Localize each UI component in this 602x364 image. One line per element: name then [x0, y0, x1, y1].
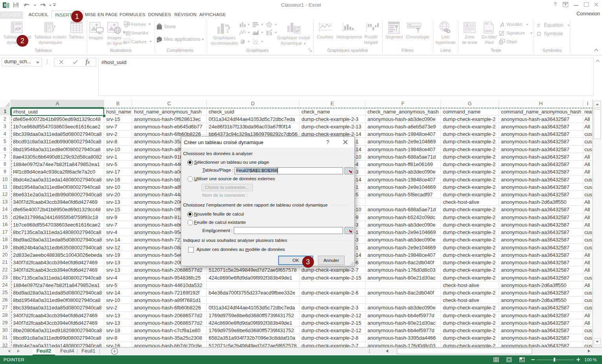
- svg-text:?: ?: [225, 23, 231, 35]
- svg-text:A: A: [466, 23, 468, 27]
- svg-text:?: ?: [52, 24, 55, 32]
